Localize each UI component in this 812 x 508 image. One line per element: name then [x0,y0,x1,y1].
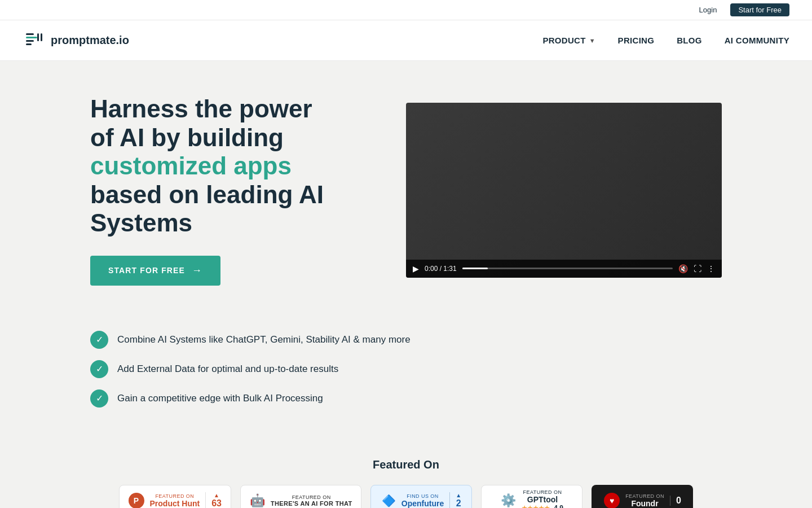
feature-text-3: Gain a competitive edge with Bulk AI Pro… [117,393,323,404]
logo[interactable]: promptmate.io [23,29,129,52]
video-controls: ▶ 0:00 / 1:31 🔇 ⛶ ⋮ [406,260,722,278]
video-placeholder [406,103,722,278]
featured-on-section: Featured On P FEATURED ON Product Hunt ▲… [0,447,812,508]
badges-row: P FEATURED ON Product Hunt ▲ 63 🤖 FEATUR… [23,485,789,508]
openfuture-count: ▲ 2 [449,492,461,508]
badge-producthunt[interactable]: P FEATURED ON Product Hunt ▲ 63 [119,485,231,508]
featured-on-title: Featured On [23,458,789,471]
fullscreen-icon[interactable]: ⛶ [694,264,701,273]
gpttool-stars-row: ★★★★★ 4.9 [522,504,563,508]
play-button[interactable]: ▶ [413,264,419,273]
svg-rect-1 [26,33,34,35]
badge-thereisanai[interactable]: 🤖 FEATURED ON THERE'S AN AI FOR THAT [240,485,362,508]
producthunt-count: ▲ 63 [205,492,222,508]
foundr-icon: ♥ [604,493,620,508]
thereisanai-label: THERE'S AN AI FOR THAT [271,500,352,507]
feature-item-1: ✓ Combine AI Systems like ChatGPT, Gemin… [90,331,722,349]
pricing-link[interactable]: PRICING [618,36,655,45]
hero-title-part2: based on leading AI Systems [90,181,324,237]
gpttool-label: GPTtool [522,495,563,504]
arrow-icon: → [192,265,202,277]
openfuture-count-num: 2 [456,498,461,508]
blog-link[interactable]: BLOG [677,36,702,45]
mute-icon[interactable]: 🔇 [678,264,688,273]
gpttool-text: Featured on GPTtool ★★★★★ 4.9 [522,489,563,508]
hero-title-highlight: customized apps [90,152,292,179]
foundr-count: 0 [670,496,681,506]
openfuture-arrow: ▲ [456,492,461,498]
openfuture-label: Openfuture [401,499,444,508]
producthunt-icon: P [129,493,144,508]
foundr-label: Foundr [625,499,664,508]
video-time: 0:00 / 1:31 [425,265,457,273]
chevron-down-icon: ▼ [589,37,595,44]
openfuture-text: FIND US ON Openfuture [401,493,444,508]
thereisanai-label-small: FEATURED ON [271,494,352,500]
producthunt-label-small: FEATURED ON [150,493,200,499]
video-progress-fill [462,268,488,269]
badge-foundr[interactable]: ♥ FEATURED ON Foundr 0 [592,485,693,508]
svg-rect-5 [37,33,39,41]
feature-item-2: ✓ Add External Data for optimal and up-t… [90,360,722,378]
video-progress-bar[interactable] [462,268,673,269]
logo-svg [23,29,46,52]
producthunt-label: Product Hunt [150,499,200,508]
openfuture-label-small: FIND US ON [401,493,444,499]
gpttool-icon: ⚙️ [501,493,516,508]
svg-rect-6 [41,33,42,41]
cta-label: START FOR FREE [108,266,185,275]
start-free-top-button[interactable]: Start for Free [730,3,789,16]
thereisanai-text: FEATURED ON THERE'S AN AI FOR THAT [271,494,352,507]
badge-gpttool[interactable]: ⚙️ Featured on GPTtool ★★★★★ 4.9 [481,485,582,508]
features-section: ✓ Combine AI Systems like ChatGPT, Gemin… [0,308,812,447]
video-icons: 🔇 ⛶ ⋮ [678,264,715,273]
login-link[interactable]: Login [699,6,717,14]
feature-text-2: Add External Data for optimal and up-to-… [117,364,338,375]
thereisanai-icon: 🤖 [250,493,265,508]
feature-item-3: ✓ Gain a competitive edge with Bulk AI P… [90,389,722,408]
producthunt-arrow: ▲ [214,492,219,498]
foundr-label-small: FEATURED ON [625,493,664,499]
feature-text-1: Combine AI Systems like ChatGPT, Gemini,… [117,334,411,345]
badge-openfuture[interactable]: 🔷 FIND US ON Openfuture ▲ 2 [370,485,472,508]
check-icon-2: ✓ [90,360,108,378]
svg-rect-3 [26,40,34,42]
hero-title: Harness the power of AI by building cust… [90,95,338,238]
main-nav: promptmate.io PRODUCT ▼ PRICING BLOG AI … [0,20,812,61]
start-for-free-button[interactable]: START FOR FREE → [90,256,220,286]
hero-section: Harness the power of AI by building cust… [0,61,812,308]
gpttool-stars: ★★★★★ [522,505,550,508]
hero-video: ▶ 0:00 / 1:31 🔇 ⛶ ⋮ [406,103,722,278]
more-options-icon[interactable]: ⋮ [707,264,715,273]
gpttool-rating: 4.9 [554,504,563,508]
gpttool-label-small: Featured on [522,489,563,495]
svg-rect-4 [26,43,32,45]
producthunt-count-num: 63 [211,498,222,508]
nav-links: PRODUCT ▼ PRICING BLOG AI COMMUNITY [542,36,789,45]
foundr-text: FEATURED ON Foundr [625,493,664,508]
hero-text: Harness the power of AI by building cust… [90,95,338,286]
hero-title-part1: Harness the power of AI by building [90,95,312,151]
producthunt-text: FEATURED ON Product Hunt [150,493,200,508]
svg-rect-2 [26,37,37,38]
nav-product[interactable]: PRODUCT ▼ [542,36,595,45]
community-link[interactable]: AI COMMUNITY [725,36,789,45]
check-icon-1: ✓ [90,331,108,349]
check-icon-3: ✓ [90,389,108,408]
openfuture-icon: 🔷 [382,494,396,507]
product-link[interactable]: PRODUCT [542,36,585,45]
logo-text: promptmate.io [51,34,129,47]
top-bar: Login Start for Free [0,0,812,20]
